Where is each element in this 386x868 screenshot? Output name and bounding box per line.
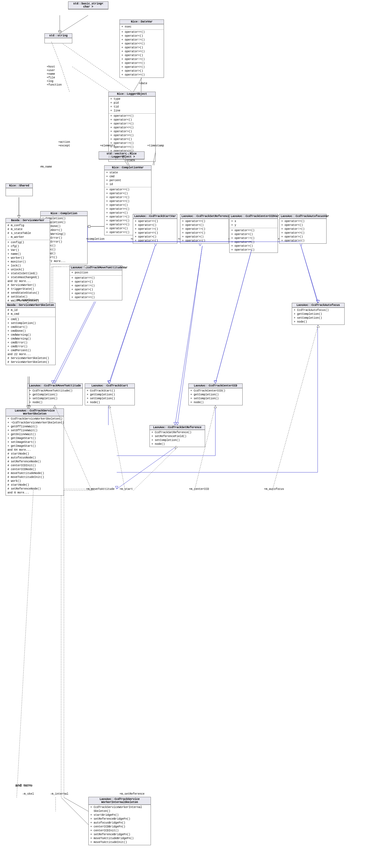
item: + line [110, 109, 154, 113]
item: + CcdTrackMoveToAttitude() [29, 389, 82, 393]
item: + stateHasChanged() [7, 276, 49, 280]
item: + moveToAttitudeBridgeFn() [90, 837, 149, 840]
item: ServiceWorkerSkeleton() [7, 360, 54, 364]
diagram-container: std::basic_string<char > std::string Nic… [0, 0, 386, 868]
item: + operator<=() [121, 42, 162, 46]
item: + setOfflineWait() [7, 429, 62, 433]
svg-line-89 [133, 447, 177, 490]
ccdtrackmovetoattitudevar-box: LaosAoc::CcdTrackMoveToAttitudeVar + pos… [69, 265, 122, 300]
item: + ~CcdTrackServiceWorkerSkeleton() [7, 421, 62, 425]
item: m_cmd [7, 312, 54, 316]
item: + id [106, 183, 150, 186]
svg-line-97 [272, 325, 318, 490]
ccdtrackserviceworkerinternal-box: LaosAoc::CcdTrackServiceWorkerInternalSk… [88, 797, 151, 845]
item: m_worker [7, 235, 49, 239]
item: + node() [86, 401, 133, 405]
nice-shared-box: Nice::Shared [5, 183, 33, 196]
item: + operator!=() [110, 122, 154, 126]
item: s_stateTable [7, 231, 49, 235]
item: + operator!=() [121, 58, 162, 61]
item: + operator>=() [231, 248, 276, 252]
ccdtrackautofocus-title: LaosAoc::CcdTrackAutofocus [292, 303, 344, 308]
basda-serviceworkerskeleton-title: Basda::ServiceWorkerSkeleton [6, 303, 55, 308]
label-timestamp: +timestamp [147, 144, 164, 147]
svg-line-56 [61, 67, 69, 92]
label-except: +except [58, 144, 70, 147]
item: + operator==() [110, 114, 154, 118]
item: + node() [151, 442, 204, 446]
ccdtrackmovetoattitude-box: LaosAoc::CcdTrackMoveToAttitude + CcdTra… [27, 383, 83, 405]
item: + operator==() [231, 229, 276, 232]
ccdtrackserviceworkerskeleton-title: LaosAoc::CcdTrackServiceWorkerSkeleton [6, 409, 64, 416]
item: + operator==() [281, 219, 325, 223]
svg-marker-77 [317, 300, 320, 303]
svg-marker-73 [176, 423, 179, 425]
svg-line-55 [52, 42, 61, 67]
label-mmovetoattitude: +m_moveToAttitude [86, 488, 115, 491]
item: + getCompletion() [29, 393, 82, 397]
item: + operator==() [71, 276, 121, 280]
ccdtrackserviceworkerinternal-title: LaosAoc::CcdTrackServiceWorkerInternalSk… [89, 797, 151, 805]
item: + operator==() [134, 219, 176, 223]
item: + operator>() [110, 130, 154, 134]
item: + CcdTrackAutofocus() [293, 308, 343, 312]
item: + operator>=() [121, 73, 162, 77]
item: + operator==() [121, 61, 162, 65]
item: + operator<=() [281, 231, 325, 235]
std-basic-string-box: std::basic_string<char > [68, 1, 108, 9]
svg-marker-98 [317, 325, 320, 327]
item: + getCompletion() [293, 312, 343, 316]
item: + centerCCDBridgeFn() [90, 825, 149, 829]
label-completion1: +completion [86, 238, 105, 241]
svg-marker-94 [53, 406, 56, 408]
item: + config() [7, 241, 49, 245]
item: + getImageStart() [7, 444, 62, 448]
label-function: +function [47, 83, 62, 86]
item: + operator!=() [181, 227, 227, 231]
item: and 6 more... [7, 491, 62, 495]
item: + setCompletion() [190, 397, 241, 401]
item: + cmdStart() [7, 326, 54, 329]
label-mautofocus: +m_autofocus [264, 488, 284, 491]
item: + node() [29, 401, 82, 405]
ccdtrackcentervar-box: LaosAoc::CcdTrackCenterCCDVar + x + y + … [229, 214, 278, 253]
svg-marker-50 [28, 406, 31, 408]
item: + operator>() [281, 235, 325, 239]
item: + setReferenceField() [151, 435, 204, 438]
nice-completion-title: Nice::Completion [40, 212, 87, 216]
item: + cmd() [7, 317, 54, 321]
svg-marker-46 [214, 381, 217, 383]
ccdtrackstartvar-title: LaosAoc::CcdTrackStartVar [133, 214, 177, 219]
label-name: +name [47, 72, 55, 75]
item: + operator>=() [106, 207, 150, 211]
item: + tid [110, 105, 154, 109]
ccdtrackcenter-title: LaosAoc::CcdTrackCenterCCD [189, 384, 242, 388]
item: + lock() [7, 264, 49, 268]
svg-marker-65 [18, 216, 20, 218]
item: triggerState() [7, 287, 49, 291]
item: + getImageStart() [7, 436, 62, 440]
item: + setCompletion() [151, 438, 204, 442]
item: + operator>=() [134, 239, 176, 243]
item: setReferenceNode() [7, 487, 62, 491]
item: + operator<=() [134, 231, 176, 235]
item: + setCompletion() [86, 397, 133, 401]
item: + monitor() [7, 260, 49, 264]
svg-line-95 [195, 406, 215, 490]
item: + nsec [121, 25, 162, 29]
item: + cmdError() [7, 341, 54, 345]
item: + operator<=() [181, 231, 227, 235]
item: + setCompletion() [293, 316, 343, 320]
item: centerCCDInit() [7, 464, 62, 468]
ccdtrackstart-box: LaosAoc::CcdTrackStart + CcdTrackStart()… [85, 383, 135, 405]
std-vector-box: std::vector< ,Nice::LoggerObject > [99, 151, 145, 159]
item: + operator!=() [281, 227, 325, 231]
item: + operator<() [110, 137, 154, 142]
item: + operator<=() [121, 65, 162, 69]
svg-marker-40 [52, 381, 54, 383]
svg-line-39 [53, 302, 94, 383]
item: centerCCDNode() [7, 468, 62, 471]
label-action: +action [58, 141, 70, 144]
item: + operator<() [181, 223, 227, 227]
item: and 64 more... [7, 448, 62, 452]
